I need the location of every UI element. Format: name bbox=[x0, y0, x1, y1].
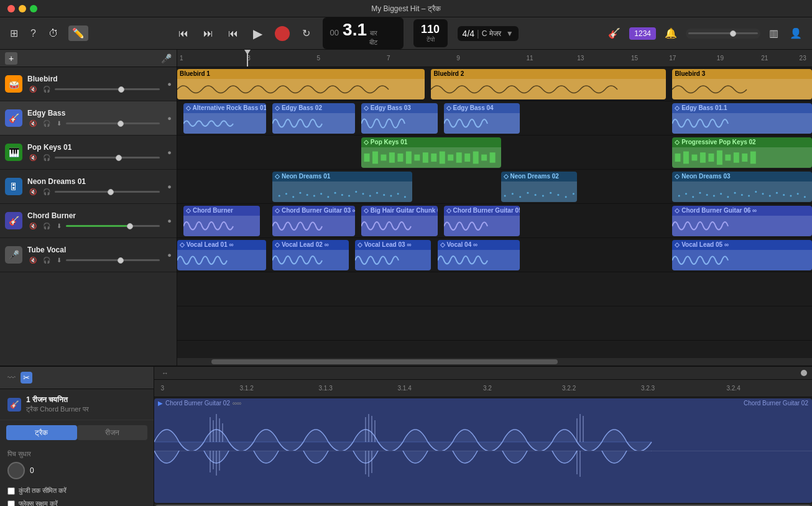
tuner-button[interactable]: 🎸 bbox=[606, 25, 623, 42]
play-button[interactable]: ▶ bbox=[251, 24, 265, 44]
rewind-button[interactable]: ⏮ bbox=[176, 25, 191, 42]
help-button[interactable]: ? bbox=[28, 25, 39, 42]
loop-button[interactable]: ↻ bbox=[300, 25, 313, 42]
bottom-ruler[interactable]: 3 3.1.2 3.1.3 3.1.4 3.2 3.2.2 3.2.3 3.2.… bbox=[154, 380, 812, 397]
region-edgy-bass-011[interactable]: ◇ Edgy Bass 01.1 bbox=[672, 103, 812, 134]
region-neon-dreams-01[interactable]: ◇ Neon Dreams 01 bbox=[272, 172, 412, 202]
volume-knob[interactable] bbox=[730, 30, 736, 37]
headphone-edgy-bass[interactable]: 🎧 bbox=[41, 119, 52, 127]
timeline-ruler[interactable]: 1 3 5 7 9 11 13 15 17 19 21 23 bbox=[177, 50, 812, 67]
region-chord-burner[interactable]: ◇ Chord Burner bbox=[183, 206, 260, 236]
timesig-display[interactable]: 4/4 | C मेजर ▼ bbox=[458, 26, 519, 41]
pan-knob-pop-keys[interactable]: ● bbox=[167, 149, 172, 156]
region-bluebird-3[interactable]: Bluebird 3 bbox=[672, 69, 812, 99]
svg-rect-13 bbox=[473, 152, 479, 164]
settings-button[interactable]: ⏱ bbox=[46, 25, 61, 42]
fast-forward-button[interactable]: ⏭ bbox=[201, 25, 216, 42]
record-arm-edgy-bass[interactable]: ⬇ bbox=[55, 119, 63, 127]
close-button[interactable] bbox=[7, 5, 15, 12]
region-progressive-pop-keys-02[interactable]: ◇ Progressive Pop Keys 02 bbox=[672, 137, 812, 168]
svg-rect-22 bbox=[726, 155, 731, 161]
region-vocal-lead-03[interactable]: ◇ Vocal Lead 03 ∞ bbox=[355, 240, 431, 270]
mute-bluebird[interactable]: 🔇 bbox=[27, 85, 39, 93]
volume-tube-vocal[interactable] bbox=[66, 257, 160, 264]
track-header-pop-keys[interactable]: 🎹 Pop Keys 01 🔇 🎧 ● bbox=[0, 136, 177, 170]
bottom-ruler-mark-322: 3.2.2 bbox=[562, 385, 576, 392]
display-button[interactable]: ▥ bbox=[767, 25, 781, 42]
record-tube-vocal[interactable]: ⬇ bbox=[55, 256, 63, 264]
track-header-bluebird[interactable]: 🥁 Bluebird 🔇 🎧 ● bbox=[0, 67, 177, 101]
pan-knob-chord-burner[interactable]: ● bbox=[167, 217, 172, 224]
mute-neon-dreams[interactable]: 🔇 bbox=[27, 188, 39, 196]
svg-point-50 bbox=[542, 195, 544, 197]
region-vocal-lead-01[interactable]: ◇ Vocal Lead 01 ∞ bbox=[177, 240, 266, 270]
region-chord-burner-guitar-03[interactable]: ◇ Chord Burner Guitar 03 ∞ bbox=[272, 206, 355, 236]
pan-knob-neon-dreams[interactable]: ● bbox=[167, 183, 172, 190]
bottom-main-region[interactable]: ▶ Chord Burner Guitar 02 ∞∞ Chord Burner… bbox=[154, 398, 812, 503]
pan-knob-edgy-bass[interactable]: ● bbox=[167, 114, 172, 122]
timeline-scrollbar[interactable] bbox=[177, 358, 812, 366]
region-vocal-lead-05[interactable]: ◇ Vocal Lead 05 ∞ bbox=[672, 240, 812, 270]
headphone-tube-vocal[interactable]: 🎧 bbox=[41, 256, 52, 264]
headphone-pop-keys[interactable]: 🎧 bbox=[41, 154, 52, 162]
region-edgy-bass-04[interactable]: ◇ Edgy Bass 04 bbox=[444, 103, 520, 134]
headphone-chord-burner[interactable]: 🎧 bbox=[41, 222, 52, 230]
region-vocal-lead-02[interactable]: ◇ Vocal Lead 02 ∞ bbox=[272, 240, 349, 270]
tab-region-button[interactable]: रीजन bbox=[77, 425, 148, 440]
region-neon-dreams-02[interactable]: ◇ Neon Dreams 02 bbox=[501, 172, 578, 202]
waveform-svg-top bbox=[154, 411, 812, 451]
pan-knob-bluebird[interactable]: ● bbox=[167, 80, 172, 88]
record-chord-burner[interactable]: ⬇ bbox=[55, 222, 63, 230]
scissors-icon-btn[interactable]: ✂ bbox=[21, 372, 32, 384]
region-neon-dreams-03[interactable]: ◇ Neon Dreams 03 bbox=[672, 172, 812, 202]
pitch-knob[interactable] bbox=[7, 462, 25, 479]
pan-knob-tube-vocal[interactable]: ● bbox=[167, 251, 172, 259]
waveform-icon-btn[interactable]: 〰 bbox=[5, 372, 18, 384]
region-chord-burner-guitar-05[interactable]: ◇ Chord Burner Guitar 05 ∞ bbox=[444, 206, 520, 236]
volume-bluebird[interactable] bbox=[55, 86, 160, 93]
master-volume-slider[interactable] bbox=[686, 29, 760, 39]
track-header-neon-dreams[interactable]: 🎛 Neon Dreams 01 🔇 🎧 ● bbox=[0, 170, 177, 204]
tempo-display[interactable]: 110 टेंपो bbox=[413, 19, 448, 47]
volume-pop-keys[interactable] bbox=[55, 154, 160, 162]
waveform-chord-2 bbox=[272, 216, 355, 236]
add-track-button[interactable]: + bbox=[5, 52, 17, 65]
volume-neon-dreams[interactable] bbox=[55, 188, 160, 196]
volume-chord-burner[interactable] bbox=[66, 223, 160, 230]
region-big-hair-guitar[interactable]: ◇ Big Hair Guitar Chunk 04 ∞ bbox=[361, 206, 438, 236]
volume-edgy-bass[interactable] bbox=[66, 120, 160, 127]
track-header-edgy-bass[interactable]: 🎸 Edgy Bass 🔇 🎧 ⬇ ● bbox=[0, 101, 177, 136]
alert-button[interactable]: 🔔 bbox=[662, 25, 680, 42]
region-edgy-bass-03[interactable]: ◇ Edgy Bass 03 bbox=[361, 103, 438, 134]
region-bluebird-1[interactable]: Bluebird 1 bbox=[177, 69, 425, 99]
mute-chord-burner[interactable]: 🔇 bbox=[27, 222, 39, 230]
record-button[interactable] bbox=[275, 26, 290, 41]
flex-enable-checkbox[interactable] bbox=[7, 500, 15, 507]
region-chord-burner-guitar-06[interactable]: ◇ Chord Burner Guitar 06 ∞ bbox=[672, 206, 812, 236]
track-header-chord-burner[interactable]: 🎸 Chord Burner 🔇 🎧 ⬇ ● bbox=[0, 204, 177, 238]
track-header-tube-vocal[interactable]: 🎤 Tube Vocal 🔇 🎧 ⬇ ● bbox=[0, 238, 177, 272]
zoom-out-icon[interactable]: ↔ bbox=[159, 368, 171, 378]
skip-back-button[interactable]: ⏮ bbox=[226, 25, 241, 42]
smart-controls-button[interactable]: 🎤 bbox=[161, 53, 172, 63]
region-pop-keys-01[interactable]: ◇ Pop Keys 01 bbox=[361, 137, 501, 168]
region-vocal-04[interactable]: ◇ Vocal 04 ∞ bbox=[438, 240, 520, 270]
user-id-display[interactable]: 1234 bbox=[629, 27, 656, 40]
mute-pop-keys[interactable]: 🔇 bbox=[27, 154, 39, 162]
region-alt-rock-bass[interactable]: ◇ Alternative Rock Bass 01 bbox=[183, 103, 266, 134]
scrollbar-thumb[interactable] bbox=[211, 359, 558, 364]
headphone-neon-dreams[interactable]: 🎧 bbox=[41, 188, 52, 196]
mute-tube-vocal[interactable]: 🔇 bbox=[27, 256, 39, 264]
speaker-button[interactable]: 👤 bbox=[787, 25, 805, 42]
tab-track-button[interactable]: ट्रैक bbox=[6, 425, 77, 440]
minimize-button[interactable] bbox=[19, 5, 26, 12]
library-button[interactable]: ⊞ bbox=[7, 25, 21, 42]
region-bluebird-2[interactable]: Bluebird 2 bbox=[431, 69, 666, 99]
region-edgy-bass-02[interactable]: ◇ Edgy Bass 02 bbox=[272, 103, 355, 134]
headphone-bluebird[interactable]: 🎧 bbox=[41, 85, 52, 93]
maximize-button[interactable] bbox=[30, 5, 37, 12]
key-limit-checkbox[interactable] bbox=[7, 487, 15, 495]
mute-edgy-bass[interactable]: 🔇 bbox=[27, 119, 39, 127]
pencil-button[interactable]: ✏️ bbox=[68, 25, 88, 41]
transport-display[interactable]: 00 3.1 बार बीट bbox=[323, 17, 404, 49]
